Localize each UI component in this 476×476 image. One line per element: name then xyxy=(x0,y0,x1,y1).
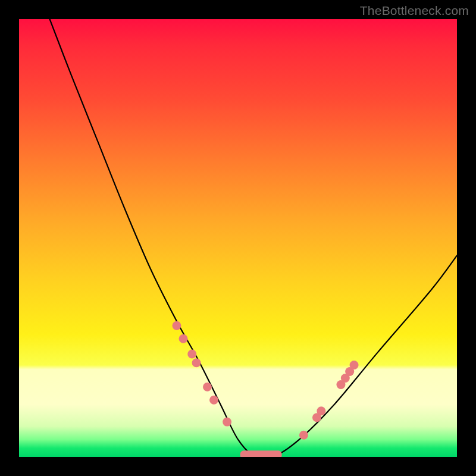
curve-marker xyxy=(179,334,188,343)
bottom-flat-marker xyxy=(240,450,282,457)
chart-frame: TheBottleneck.com xyxy=(0,0,476,476)
curve-marker xyxy=(350,361,359,369)
curve-marker xyxy=(203,383,212,392)
curve-layer xyxy=(19,19,457,457)
curve-marker xyxy=(317,406,325,415)
curve-marker xyxy=(172,321,181,330)
curve-marker xyxy=(209,396,218,405)
curve-markers xyxy=(172,321,358,440)
curve-marker xyxy=(187,350,196,359)
watermark-text: TheBottleneck.com xyxy=(360,4,469,18)
curve-marker xyxy=(192,358,201,367)
curve-marker xyxy=(299,431,308,440)
bottleneck-curve xyxy=(50,19,457,457)
plot-area xyxy=(19,19,457,457)
curve-marker xyxy=(223,418,231,427)
